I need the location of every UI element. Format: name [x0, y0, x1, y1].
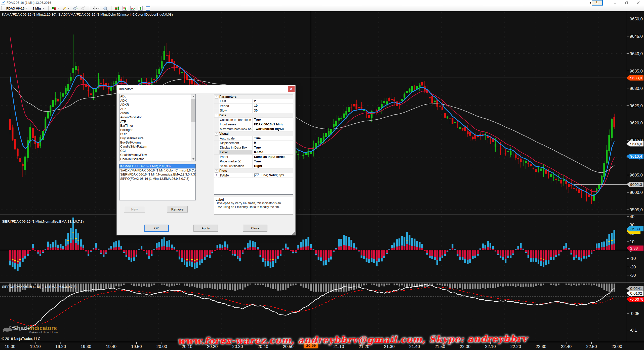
property-row[interactable]: Scale justificationRight — [214, 164, 293, 168]
dialog-close-action-button[interactable]: Close — [243, 225, 267, 232]
svg-text:40: 40 — [630, 214, 634, 219]
chart-trader-button[interactable] — [122, 6, 128, 11]
indicator-list-item[interactable]: ChaikinOscillator — [119, 157, 195, 161]
indicator-list-item[interactable]: ADL — [119, 94, 195, 99]
minimize-button[interactable] — [609, 0, 621, 5]
ok-button[interactable]: OK — [144, 225, 169, 232]
scroll-down-icon[interactable] — [191, 157, 195, 161]
indicator-list-item[interactable]: ADX — [119, 99, 195, 103]
separator — [89, 6, 89, 11]
selected-indicator-item[interactable]: SiADXVMA(FDAX 06-16 (1 Min),Color [Crims… — [119, 168, 195, 173]
property-row[interactable]: LabelKAMA — [214, 150, 293, 155]
svg-text:-20: -20 — [630, 265, 636, 269]
selected-indicator-item[interactable]: KAMA(FDAX 06-16 (1 Min),2,10,30) — [119, 164, 195, 168]
property-row[interactable]: −Parameters — [214, 94, 293, 99]
selected-indicator-item[interactable]: SiERI(FDAX 06-16 (1 Min),Normalize,EMA,1… — [119, 172, 195, 177]
apply-button[interactable]: Apply — [193, 225, 218, 232]
sieri-panel-label: SiERI(FDAX 06-16 (1 Min),Normalize,EMA,1… — [2, 220, 84, 223]
selected-indicators-list[interactable]: KAMA(FDAX 06-16 (1 Min),2,10,30)SiADXVMA… — [119, 164, 196, 200]
property-row[interactable]: −Data — [214, 113, 293, 118]
application-window: 9650,09645,09640,09635,09630,09625,09620… — [0, 0, 644, 350]
price-marker: 9610,4 — [626, 154, 643, 159]
interval-selector[interactable]: 1 Min — [31, 7, 46, 10]
selected-indicator-item[interactable]: SiPPO(FDAX 06-16 (1 Min),12,EMA,26,9,3,0… — [119, 177, 195, 181]
data-box-button[interactable] — [102, 6, 109, 11]
property-row[interactable]: Fast2 — [214, 99, 293, 103]
close-button[interactable] — [632, 0, 644, 5]
property-row[interactable]: Input seriesFDAX 06-16 (1 Min) — [214, 122, 293, 127]
indicator-list-item[interactable]: CandleStickPattern — [119, 145, 195, 149]
property-row[interactable]: Calculate on bar closeTrue — [214, 118, 293, 122]
property-row[interactable]: PanelSame as input series — [214, 155, 293, 159]
indicator-list-item[interactable]: BarTimer — [119, 124, 195, 128]
indicator-list-item[interactable]: CCI — [119, 149, 195, 153]
property-row[interactable]: +KAMALine; Solid; 3px — [214, 173, 293, 178]
chart-window-icon — [1, 1, 5, 5]
svg-text:23:00: 23:00 — [612, 344, 622, 349]
toolbar-grip[interactable] — [1, 6, 3, 10]
mini-chart-button[interactable] — [129, 6, 136, 11]
property-row[interactable]: Displacement0 — [214, 141, 293, 145]
svg-text:22:00: 22:00 — [460, 344, 471, 349]
indicator-list-item[interactable]: BuySellPressure — [119, 136, 195, 141]
copyright-text: © 2016 NinjaTrader, LLC — [2, 337, 41, 341]
indicator-list-item[interactable]: Aroon — [119, 111, 195, 115]
property-row[interactable]: Period10 — [214, 104, 293, 108]
indicator-list-item[interactable]: BuySellVolume — [119, 141, 195, 145]
svg-text:9630,0: 9630,0 — [630, 86, 643, 91]
indicator-list-item[interactable]: ADXR — [119, 103, 195, 107]
svg-text:19:10: 19:10 — [30, 344, 41, 349]
property-row[interactable]: −Visual — [214, 131, 293, 136]
property-grid[interactable]: −ParametersFast2Period10Slow30−DataCalcu… — [214, 94, 293, 195]
instrument-link-button[interactable]: L — [592, 0, 603, 6]
zoom-in-button[interactable] — [72, 6, 79, 11]
price-marker: 9602,3 — [626, 182, 643, 187]
chart-canvas[interactable]: 9650,09645,09640,09635,09630,09625,09620… — [0, 0, 644, 350]
property-row[interactable]: Slow30 — [214, 108, 293, 113]
chart-style-button[interactable] — [51, 6, 60, 11]
remove-button[interactable]: Remove — [167, 206, 188, 213]
svg-text:22:10: 22:10 — [485, 344, 496, 349]
price-marker: 9633,0 — [626, 75, 643, 81]
price-marker: 2,33 — [626, 246, 643, 251]
titlebar[interactable]: FDAX 06-16 (1 Min) 13.06.2016 ◀ L — [0, 0, 644, 6]
svg-text:21:50: 21:50 — [434, 344, 445, 349]
grid-button[interactable] — [145, 6, 151, 11]
property-row[interactable]: Display in Data BoxTrue — [214, 145, 293, 150]
drawing-tools-button[interactable] — [61, 6, 71, 11]
dialog-titlebar[interactable]: Indicators × — [117, 85, 295, 93]
main-panel-label: KAMA(FDAX 06-16 (1 Min),2,10,30), SiADXV… — [2, 13, 173, 16]
separator — [48, 6, 49, 11]
svg-text:20:00: 20:00 — [156, 344, 167, 349]
scroll-up-icon[interactable] — [191, 94, 195, 99]
dialog-title: Indicators — [119, 87, 133, 91]
svg-text:9635,0: 9635,0 — [630, 69, 643, 74]
account-button[interactable]: $ — [137, 6, 144, 11]
restore-button[interactable] — [621, 0, 632, 5]
dialog-close-button[interactable]: × — [288, 86, 295, 92]
cursor-mode-button[interactable] — [92, 6, 101, 11]
indicator-list-item[interactable]: AroonOscillator — [119, 115, 195, 120]
scrollbar-thumb[interactable] — [191, 99, 195, 122]
property-row[interactable]: Auto scaleTrue — [214, 136, 293, 141]
bars-icon — [115, 6, 119, 11]
resize-grip[interactable] — [292, 232, 295, 235]
indicator-list-item[interactable]: ATR — [119, 120, 195, 124]
svg-text:9620,0: 9620,0 — [630, 121, 643, 125]
available-indicators-list[interactable]: ADLADXADXRAPZAroonAroonOscillatorATRBarT… — [119, 94, 196, 161]
property-row[interactable]: Maximum bars look backTwoHundredFiftySix — [214, 127, 293, 131]
svg-text:10: 10 — [630, 239, 634, 244]
zoom-out-button[interactable] — [80, 6, 87, 11]
indicator-list-item[interactable]: APZ — [119, 107, 195, 111]
property-row[interactable]: −Plots — [214, 168, 293, 173]
scrollbar[interactable] — [191, 94, 195, 161]
indicator-list-item[interactable]: Bollinger — [119, 128, 195, 132]
logo-text-shark: Shark — [13, 325, 29, 331]
svg-text:-0,1: -0,1 — [630, 328, 637, 333]
instrument-selector[interactable]: FDAX 06-16 — [5, 7, 30, 10]
indicator-list-item[interactable]: ChaikinMoneyFlow — [119, 153, 195, 157]
property-row[interactable]: Price marker(s)True — [214, 159, 293, 164]
dollar-icon: $ — [138, 6, 143, 11]
market-analyzer-button[interactable] — [114, 6, 120, 11]
indicator-list-item[interactable]: BOP — [119, 132, 195, 136]
